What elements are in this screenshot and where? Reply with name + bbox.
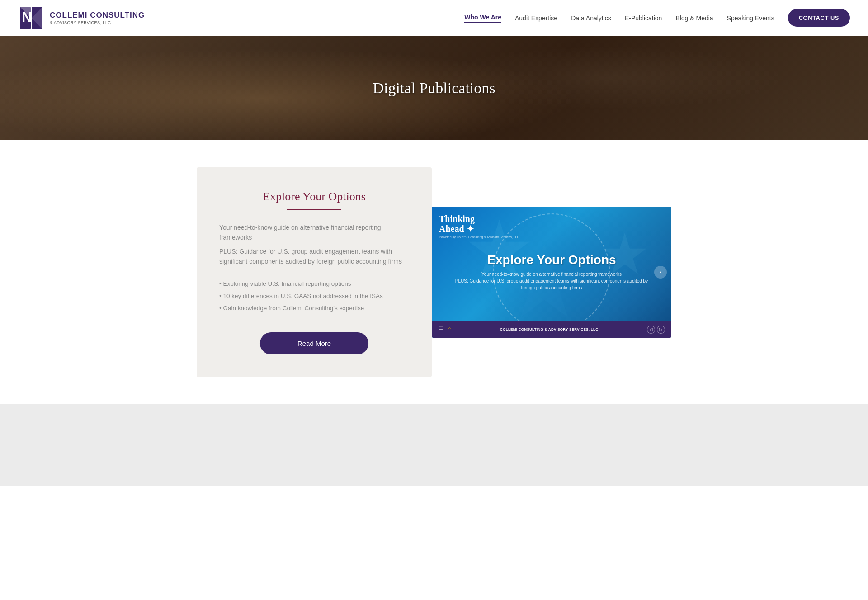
- nav-epublication[interactable]: E-Publication: [625, 14, 662, 22]
- nav-speaking-events[interactable]: Speaking Events: [727, 14, 774, 22]
- card-description-2: PLUS: Guidance for U.S. group audit enga…: [219, 246, 409, 267]
- nav-who-we-are[interactable]: Who We Are: [464, 14, 501, 23]
- pub-next-arrow[interactable]: ›: [654, 266, 667, 279]
- card-title: Explore Your Options: [219, 190, 409, 203]
- home-icon[interactable]: ⌂: [448, 326, 451, 333]
- pub-header: Thinking Ahead ✦ Powered by Collemi Cons…: [439, 214, 519, 239]
- pub-footer-logo: COLLEMI CONSULTING & ADVISORY SERVICES, …: [500, 327, 598, 331]
- logo-icon: N: [18, 5, 44, 31]
- pub-powered: Powered by Collemi Consulting & Advisory…: [439, 236, 519, 239]
- nav-blog-media[interactable]: Blog & Media: [675, 14, 713, 22]
- site-header: N COLLEMI CONSULTING & ADVISORY SERVICES…: [0, 0, 868, 36]
- logo[interactable]: N COLLEMI CONSULTING & ADVISORY SERVICES…: [18, 5, 145, 31]
- nav-audit-expertise[interactable]: Audit Expertise: [515, 14, 557, 22]
- contact-us-button[interactable]: CONTACT US: [788, 9, 850, 27]
- pub-footer-icons: ☰ ⌂: [438, 326, 451, 333]
- pub-footer-circles: ◁ ▷: [647, 326, 665, 334]
- prev-circle-btn[interactable]: ◁: [647, 326, 655, 334]
- brand-sub: & ADVISORY SERVICES, LLC: [50, 20, 145, 25]
- bullet-1: Exploring viable U.S. financial reportin…: [219, 278, 383, 290]
- nav-data-analytics[interactable]: Data Analytics: [571, 14, 611, 22]
- publication-preview: Thinking Ahead ✦ Powered by Collemi Cons…: [432, 207, 671, 338]
- read-more-button[interactable]: Read More: [260, 332, 368, 354]
- bottom-section: [0, 404, 868, 486]
- card-bullets: Exploring viable U.S. financial reportin…: [219, 278, 383, 314]
- pub-thinking: Thinking: [439, 214, 519, 224]
- card-description-1: Your need-to-know guide on alternative f…: [219, 222, 409, 243]
- content-section: Explore Your Options Your need-to-know g…: [0, 140, 868, 404]
- logo-text: COLLEMI CONSULTING & ADVISORY SERVICES, …: [50, 11, 145, 24]
- explore-card: Explore Your Options Your need-to-know g…: [197, 167, 432, 377]
- hero-banner: Digital Publications: [0, 36, 868, 140]
- menu-icon[interactable]: ☰: [438, 326, 444, 333]
- pub-ahead: Ahead ✦: [439, 224, 519, 234]
- main-nav: Who We Are Audit Expertise Data Analytic…: [464, 9, 850, 27]
- svg-text:N: N: [22, 9, 32, 25]
- brand-name: COLLEMI CONSULTING: [50, 11, 145, 20]
- card-divider: [287, 209, 341, 210]
- pub-main-desc: Your need-to-know guide on alternative f…: [432, 271, 671, 291]
- bullet-2: 10 key differences in U.S. GAAS not addr…: [219, 290, 383, 302]
- pub-footer: ☰ ⌂ COLLEMI CONSULTING & ADVISORY SERVIC…: [432, 321, 671, 338]
- bullet-3: Gain knowledge from Collemi Consulting's…: [219, 302, 383, 314]
- next-circle-btn[interactable]: ▷: [657, 326, 665, 334]
- pub-main-title: Explore Your Options: [473, 253, 629, 267]
- hero-title: Digital Publications: [373, 80, 495, 97]
- pub-card: Thinking Ahead ✦ Powered by Collemi Cons…: [432, 207, 671, 338]
